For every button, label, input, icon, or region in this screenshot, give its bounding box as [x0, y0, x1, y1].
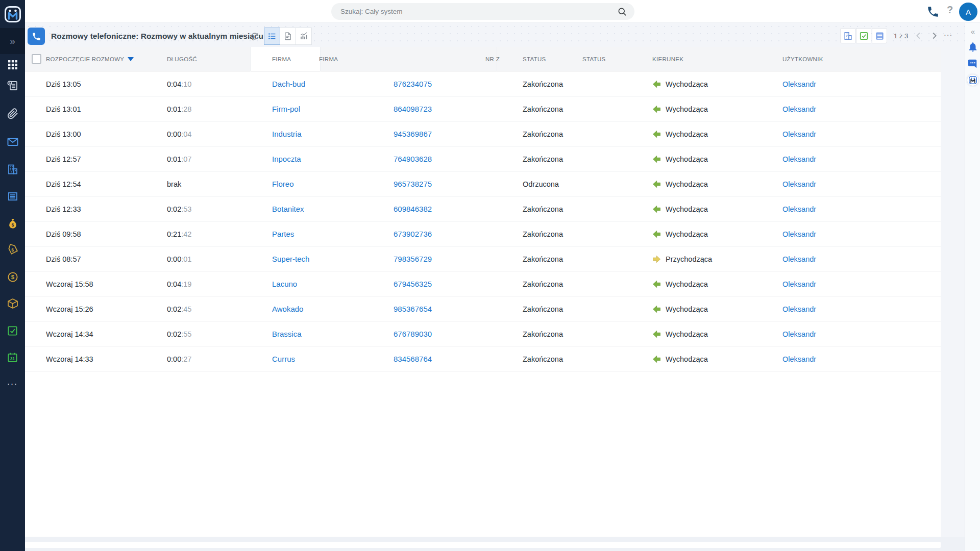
notifications-bell-icon[interactable] [967, 41, 979, 53]
table-row[interactable]: Dziś 09:58 0:21:42 Partes 673902736 Zako… [25, 221, 941, 246]
table-row[interactable]: Wczoraj 15:58 0:04:19 Lacuno 679456325 Z… [25, 271, 941, 296]
documents-icon[interactable] [0, 186, 25, 207]
table-row[interactable]: Dziś 08:57 0:00:01 Super-tech 798356729 … [25, 246, 941, 271]
global-search[interactable] [331, 3, 634, 20]
company-link[interactable]: Super-tech [272, 246, 309, 271]
company-link[interactable]: Firm-pol [272, 96, 300, 121]
list-view-button[interactable] [264, 28, 280, 45]
outgoing-arrow-icon [652, 80, 661, 88]
user-link[interactable]: Oleksandr [782, 121, 816, 146]
table-row[interactable]: Wczoraj 15:26 0:02:45 Awokado 985367654 … [25, 296, 941, 321]
assistant-logo-icon[interactable] [967, 74, 979, 86]
select-tasks-button[interactable] [856, 28, 871, 43]
user-link[interactable]: Oleksandr [782, 146, 816, 171]
user-link[interactable]: Oleksandr [782, 246, 816, 271]
phone-link[interactable]: 798356729 [394, 246, 432, 271]
phone-handset-icon[interactable] [926, 5, 940, 18]
finance-coin-icon[interactable]: $ [0, 267, 25, 287]
column-header-direction[interactable]: KIERUNEK [652, 47, 683, 71]
phone-link[interactable]: 764903628 [394, 146, 432, 171]
phone-link[interactable]: 679456325 [394, 271, 432, 296]
company-link[interactable]: Currus [272, 346, 295, 371]
chevron-right-icon[interactable] [928, 30, 940, 41]
company-link[interactable]: Brassica [272, 321, 302, 346]
calendar-icon[interactable]: 31 [0, 347, 25, 367]
company-link[interactable]: Lacuno [272, 271, 297, 296]
horizontal-scrollbar[interactable] [25, 542, 941, 548]
search-icon[interactable] [617, 7, 627, 17]
company-link[interactable]: Botanitex [272, 196, 304, 221]
app-logo[interactable] [0, 0, 25, 28]
table-row[interactable]: Dziś 12:57 0:01:07 Inpoczta 764903628 Za… [25, 146, 941, 171]
sidebar-more-icon[interactable]: ... [0, 371, 25, 392]
phone-link[interactable]: 609846382 [394, 196, 432, 221]
column-header-company[interactable]: FIRMA [272, 47, 291, 71]
company-link[interactable]: Awokado [272, 296, 303, 321]
column-header-status2[interactable]: STATUS [582, 47, 605, 71]
table-row[interactable]: Dziś 13:01 0:01:28 Firm-pol 864098723 Za… [25, 96, 941, 121]
column-header-duration[interactable]: DŁUGOŚĆ [167, 47, 197, 71]
search-input[interactable] [340, 8, 617, 15]
call-direction: Wychodząca [652, 146, 708, 171]
chart-view-button[interactable] [296, 28, 312, 45]
chevron-double-left-icon[interactable]: « [965, 27, 980, 37]
column-header-company2[interactable]: FIRMA [319, 47, 338, 71]
document-view-button[interactable] [280, 28, 296, 45]
phone-link[interactable]: 673902736 [394, 221, 432, 246]
price-tag-icon[interactable]: $ [0, 240, 25, 260]
table-row[interactable]: Dziś 13:00 0:00:04 Industria 945369867 Z… [25, 121, 941, 146]
tasks-list-icon[interactable] [0, 76, 25, 96]
user-link[interactable]: Oleksandr [782, 71, 816, 96]
user-link[interactable]: Oleksandr [782, 346, 816, 371]
phone-link[interactable]: 864098723 [394, 96, 432, 121]
phone-module-button[interactable] [28, 28, 45, 45]
table-row[interactable]: Dziś 12:54 brak Floreo 965738275 Odrzuco… [25, 171, 941, 196]
sidebar-expand-button[interactable]: » [0, 28, 25, 54]
column-header-nrz[interactable]: NR Z [485, 47, 500, 71]
sort-desc-icon[interactable] [128, 57, 134, 61]
detail-list-button[interactable] [872, 28, 887, 43]
toolbar-more-icon[interactable]: ... [944, 28, 952, 38]
phone-link[interactable]: 676789030 [394, 321, 432, 346]
attachment-icon[interactable] [0, 104, 25, 124]
column-header-start[interactable]: ROZPOCZĘCIE ROZMOWY [46, 47, 134, 71]
companies-icon[interactable] [0, 159, 25, 180]
call-start: Dziś 13:05 [46, 71, 81, 96]
avatar[interactable]: A [959, 3, 977, 21]
products-box-icon[interactable] [0, 293, 25, 314]
company-link[interactable]: Inpoczta [272, 146, 301, 171]
help-icon[interactable]: ? [947, 4, 953, 16]
company-view-button[interactable] [840, 28, 855, 43]
table-row[interactable]: Wczoraj 14:34 0:02:55 Brassica 676789030… [25, 321, 941, 346]
chevron-left-icon[interactable] [913, 30, 924, 41]
user-link[interactable]: Oleksandr [782, 221, 816, 246]
phone-link[interactable]: 834568764 [394, 346, 432, 371]
user-link[interactable]: Oleksandr [782, 296, 816, 321]
phone-link[interactable]: 945369867 [394, 121, 432, 146]
user-link[interactable]: Oleksandr [782, 171, 816, 196]
company-link[interactable]: Floreo [272, 171, 294, 196]
table-row[interactable]: Dziś 13:05 0:04:10 Dach-bud 876234075 Za… [25, 71, 941, 96]
select-all-checkbox[interactable] [32, 54, 41, 64]
apps-grid-icon[interactable] [0, 55, 25, 75]
mail-icon[interactable] [0, 132, 25, 152]
chat-icon[interactable] [967, 58, 979, 70]
user-link[interactable]: Oleksandr [782, 271, 816, 296]
company-link[interactable]: Industria [272, 121, 302, 146]
page-title: Rozmowy telefoniczne: Rozmowy w aktualny… [51, 32, 263, 41]
tasks-check-icon[interactable] [0, 320, 25, 341]
table-row[interactable]: Dziś 12:33 0:02:53 Botanitex 609846382 Z… [25, 196, 941, 221]
user-link[interactable]: Oleksandr [782, 196, 816, 221]
company-link[interactable]: Partes [272, 221, 294, 246]
phone-link[interactable]: 985367654 [394, 296, 432, 321]
column-header-user[interactable]: UŻYTKOWNIK [782, 47, 823, 71]
money-bag-icon[interactable]: $ [0, 213, 25, 234]
phone-link[interactable]: 965738275 [394, 171, 432, 196]
column-header-status[interactable]: STATUS [523, 47, 546, 71]
user-link[interactable]: Oleksandr [782, 321, 816, 346]
phone-link[interactable]: 876234075 [394, 71, 432, 96]
refresh-icon[interactable] [250, 31, 260, 41]
user-link[interactable]: Oleksandr [782, 96, 816, 121]
company-link[interactable]: Dach-bud [272, 71, 305, 96]
table-row[interactable]: Wczoraj 14:33 0:00:27 Currus 834568764 Z… [25, 346, 941, 371]
